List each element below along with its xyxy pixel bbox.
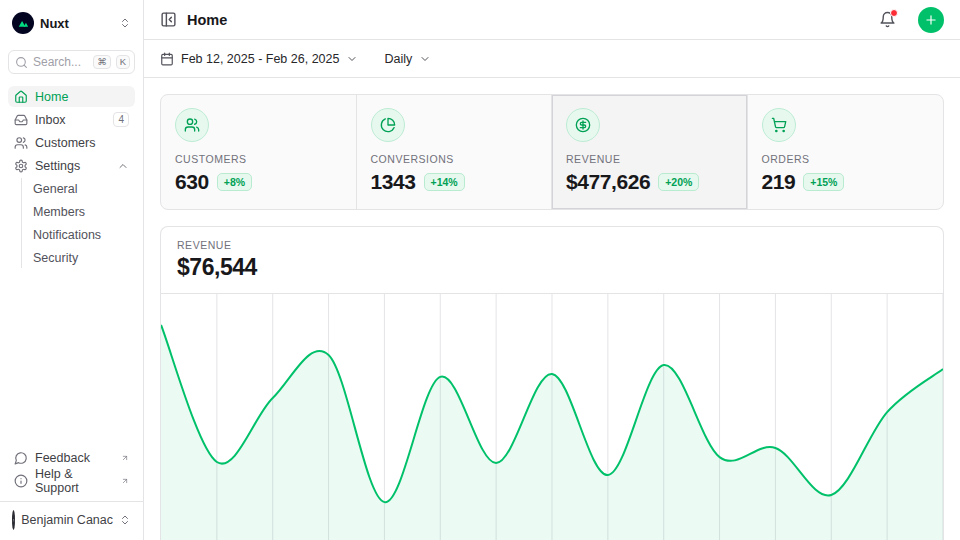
stat-delta-badge: +15% [803,173,844,191]
chevron-up-icon [117,160,129,172]
chevron-down-icon [419,53,431,65]
notifications-button[interactable] [879,11,896,28]
calendar-icon [160,52,174,66]
chart-header: REVENUE $76,544 [161,227,943,294]
help-support-link[interactable]: Help & Support [8,470,135,491]
inbox-icon [14,113,28,127]
sidebar-item-general[interactable]: General [31,178,135,199]
collapse-sidebar-button[interactable] [160,11,177,28]
sidebar-footer: Feedback Help & Support [8,447,135,497]
arrow-up-right-icon [121,454,129,462]
info-icon [14,474,28,488]
filters-toolbar: Feb 12, 2025 - Feb 26, 2025 Daily [144,40,960,78]
stats-row: CUSTOMERS 630 +8% CONVERSIONS 1343 +14% [160,94,944,210]
sidebar-item-label: Customers [35,136,129,150]
stat-value: $477,626 [566,170,650,194]
inbox-count-badge: 4 [113,112,129,127]
add-button[interactable] [918,7,944,33]
chevron-down-icon [346,53,358,65]
stat-value: 630 [175,170,209,194]
kbd-cmd: ⌘ [93,55,111,69]
workspace-name: Nuxt [40,16,113,31]
main-panel: Home Feb 12, 2025 - Feb 26, 2025 [144,0,960,540]
chart-label: REVENUE [177,239,927,251]
sidebar-item-notifications[interactable]: Notifications [31,224,135,245]
stat-delta-badge: +14% [424,173,465,191]
stat-label: CUSTOMERS [175,153,342,165]
stat-value: 219 [762,170,796,194]
chevrons-up-down-icon [119,514,131,526]
sidebar-item-security[interactable]: Security [31,247,135,268]
revenue-chart-card: REVENUE $76,544 14 Feb16 Feb18 Feb20 Feb… [160,226,944,540]
sidebar-item-settings[interactable]: Settings [8,155,135,176]
circle-dollar-icon [566,108,600,142]
chevrons-up-down-icon [119,17,131,29]
user-menu[interactable]: Benjamin Canac [8,508,135,532]
revenue-area-chart[interactable]: 14 Feb16 Feb18 Feb20 Feb22 Feb24 Feb [161,294,943,540]
avatar [12,510,15,530]
message-circle-icon [14,451,28,465]
sidebar-item-label: Home [35,90,129,104]
stat-delta-badge: +8% [217,173,252,191]
stat-card-orders[interactable]: ORDERS 219 +15% [748,95,944,209]
users-icon [175,108,209,142]
stat-card-revenue[interactable]: REVENUE $477,626 +20% [552,95,748,209]
date-range-picker[interactable]: Feb 12, 2025 - Feb 26, 2025 [160,52,358,66]
pie-chart-icon [371,108,405,142]
users-icon [14,136,28,150]
workspace-switcher[interactable]: Nuxt [8,10,135,36]
nuxt-logo-icon [12,12,34,34]
shopping-cart-icon [762,108,796,142]
stat-label: REVENUE [566,153,733,165]
gear-icon [14,159,28,173]
home-icon [14,90,28,104]
sidebar-nav: Home Inbox 4 Customers Settings [8,86,135,268]
stat-card-conversions[interactable]: CONVERSIONS 1343 +14% [357,95,553,209]
stat-value: 1343 [371,170,416,194]
sidebar-item-inbox[interactable]: Inbox 4 [8,109,135,130]
app-window: Nuxt Search... ⌘ K Home [0,0,960,540]
user-name: Benjamin Canac [21,513,113,527]
sidebar-item-customers[interactable]: Customers [8,132,135,153]
feedback-link[interactable]: Feedback [8,447,135,468]
arrow-up-right-icon [121,477,129,485]
search-input[interactable]: Search... ⌘ K [8,50,135,74]
period-select[interactable]: Daily [384,52,431,66]
kbd-k: K [116,55,130,69]
settings-subnav: General Members Notifications Security [21,178,135,268]
stat-label: ORDERS [762,153,930,165]
period-value: Daily [384,52,412,66]
search-icon [15,56,28,69]
search-placeholder: Search... [33,55,88,69]
page-title: Home [187,12,869,28]
stat-card-customers[interactable]: CUSTOMERS 630 +8% [161,95,357,209]
sidebar-item-label: Inbox [35,113,106,127]
content-area: CUSTOMERS 630 +8% CONVERSIONS 1343 +14% [144,78,960,540]
date-range-value: Feb 12, 2025 - Feb 26, 2025 [181,52,339,66]
sidebar-item-home[interactable]: Home [8,86,135,107]
chart-value: $76,544 [177,254,927,281]
stat-label: CONVERSIONS [371,153,538,165]
main-header: Home [144,0,960,40]
stat-delta-badge: +20% [658,173,699,191]
sidebar-item-members[interactable]: Members [31,201,135,222]
sidebar: Nuxt Search... ⌘ K Home [0,0,144,540]
notification-dot [890,9,898,17]
sidebar-item-label: Settings [35,159,110,173]
